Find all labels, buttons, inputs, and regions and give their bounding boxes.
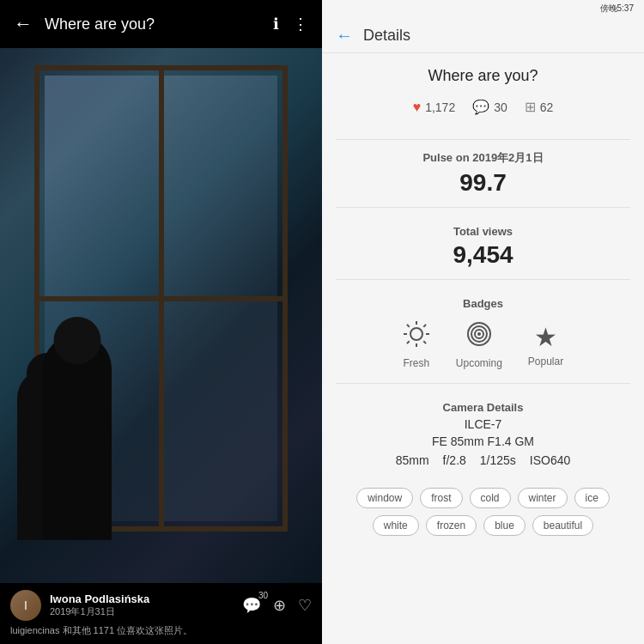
bookmark-icon: ⊞	[525, 99, 536, 115]
window-glass-tr	[164, 76, 278, 296]
pulse-label: Pulse on 2019年2月1日	[422, 150, 543, 166]
tag-chip[interactable]: white	[373, 515, 419, 536]
left-back-button[interactable]: ←	[14, 13, 33, 35]
svg-line-7	[423, 325, 426, 327]
share-button[interactable]: ⋮	[293, 15, 308, 33]
aperture: f/2.8	[443, 453, 466, 467]
iso: ISO640	[530, 453, 570, 467]
badge-popular-label: Popular	[528, 355, 563, 368]
window-glass-br	[164, 301, 278, 522]
comments-stat: 💬 30	[472, 99, 507, 115]
tag-chip[interactable]: beautiful	[532, 515, 593, 536]
comment-action-button[interactable]: 💬30	[242, 596, 261, 615]
tag-chip[interactable]: cold	[470, 488, 511, 508]
badges-label: Badges	[463, 297, 503, 310]
left-title: Where are you?	[45, 15, 273, 33]
camera-label: Camera Details	[443, 401, 524, 414]
child1-silhouette	[43, 334, 112, 540]
views-value: 9,454	[453, 241, 513, 269]
svg-point-0	[410, 328, 422, 340]
children-silhouette	[17, 300, 172, 540]
bookmarks-stat: ⊞ 62	[525, 99, 554, 115]
shutter-speed: 1/125s	[480, 453, 516, 467]
divider-1	[336, 139, 630, 140]
camera-lens: FE 85mm F1.4 GM	[432, 434, 534, 448]
badge-popular: ★ Popular	[528, 322, 563, 368]
photo-background	[0, 48, 322, 583]
tag-chip[interactable]: blue	[483, 515, 526, 536]
window-glass-tl	[45, 76, 159, 296]
views-label: Total views	[453, 225, 513, 238]
tag-chip[interactable]: ice	[574, 488, 610, 508]
divider-3	[336, 279, 630, 280]
badges-row: Fresh Upcoming ★ Popular	[403, 320, 563, 369]
tags-container: windowfrostcoldwintericewhitefrozenblueb…	[322, 481, 644, 550]
svg-line-6	[423, 341, 426, 343]
add-action-button[interactable]: ⊕	[273, 596, 286, 615]
user-row: I Iwona Podlasińska 2019年1月31日 💬30 ⊕ ♡	[10, 590, 312, 621]
likes-count: 1,172	[425, 100, 455, 114]
status-bar: 傍晚5:37	[322, 0, 644, 17]
info-button[interactable]: ℹ	[273, 15, 279, 33]
svg-line-5	[407, 325, 410, 327]
stats-row: ♥ 1,172 💬 30 ⊞ 62	[413, 99, 554, 115]
right-panel: 傍晚5:37 ← Details Where are you? ♥ 1,172 …	[322, 0, 644, 644]
tag-chip[interactable]: frost	[420, 488, 462, 508]
pulse-value: 99.7	[459, 169, 507, 197]
status-time: 傍晚5:37	[600, 3, 634, 15]
user-date: 2019年1月31日	[50, 605, 242, 618]
avatar: I	[10, 590, 41, 621]
svg-line-8	[407, 341, 410, 343]
action-icons: 💬30 ⊕ ♡	[242, 596, 312, 615]
left-panel: ← Where are you? ℹ ⋮ I	[0, 0, 322, 644]
user-name: Iwona Podlasińska	[50, 592, 242, 605]
comment-count-badge: 30	[258, 591, 268, 600]
divider-4	[336, 383, 630, 384]
popular-icon: ★	[534, 322, 557, 352]
fresh-icon	[403, 320, 430, 354]
right-back-button[interactable]: ←	[336, 26, 353, 46]
focal-length: 85mm	[396, 453, 429, 467]
upcoming-icon	[465, 320, 493, 354]
badge-fresh: Fresh	[403, 320, 430, 369]
bookmarks-count: 62	[540, 100, 554, 114]
badge-upcoming-label: Upcoming	[456, 357, 502, 369]
svg-point-12	[477, 332, 481, 336]
likes-text: luigiencinas 和其他 1171 位喜欢这张照片。	[10, 624, 312, 637]
badge-fresh-label: Fresh	[403, 357, 429, 369]
details-photo-title: Where are you?	[428, 67, 538, 85]
tag-chip[interactable]: frozen	[426, 515, 477, 536]
camera-model: ILCE-7	[465, 417, 502, 431]
left-footer: I Iwona Podlasińska 2019年1月31日 💬30 ⊕ ♡ l…	[0, 583, 322, 644]
tag-chip[interactable]: winter	[518, 488, 568, 508]
likes-stat: ♥ 1,172	[413, 100, 456, 115]
comment-icon: 💬	[472, 99, 489, 115]
user-info: Iwona Podlasińska 2019年1月31日	[50, 592, 242, 618]
heart-icon: ♥	[413, 100, 422, 115]
left-header: ← Where are you? ℹ ⋮	[0, 0, 322, 48]
right-header: ← Details	[322, 17, 644, 53]
badge-upcoming: Upcoming	[456, 320, 502, 369]
tag-chip[interactable]: window	[356, 488, 413, 508]
comments-count: 30	[494, 100, 507, 114]
like-action-button[interactable]: ♡	[298, 596, 312, 615]
camera-specs: 85mm f/2.8 1/125s ISO640	[396, 453, 571, 467]
right-header-title: Details	[363, 27, 410, 45]
photo-container	[0, 48, 322, 583]
divider-2	[336, 207, 630, 208]
details-content: Where are you? ♥ 1,172 💬 30 ⊞ 62 Pulse o…	[322, 53, 644, 481]
